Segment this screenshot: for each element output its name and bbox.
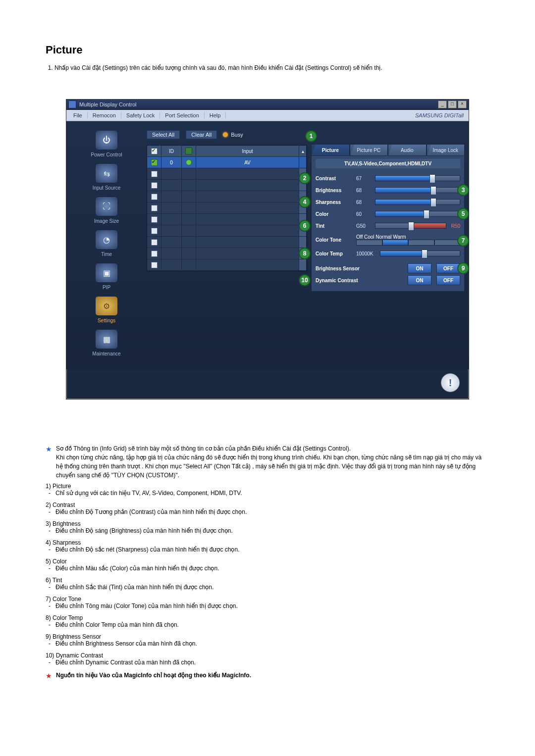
badge-2: 2 xyxy=(299,172,311,184)
row-checkbox[interactable] xyxy=(151,216,158,223)
sidebar-item-input-source[interactable]: ⇆Input Source xyxy=(69,163,144,191)
color-tone-selector[interactable] xyxy=(356,240,460,246)
menu-safety-lock[interactable]: Safety Lock xyxy=(121,112,160,118)
slider-color-temp[interactable] xyxy=(380,251,460,256)
item-description: Điều chỉnh Dynamic Contrast của màn hình… xyxy=(55,659,489,666)
slider-color[interactable] xyxy=(375,211,460,217)
table-row[interactable] xyxy=(147,180,307,191)
scroll-up-button[interactable]: ▴ xyxy=(299,146,307,156)
sidebar-item-settings[interactable]: ⚙Settings xyxy=(69,296,144,323)
sidebar-item-label: Image Size xyxy=(94,218,119,224)
info-icon[interactable]: ! xyxy=(441,373,460,392)
list-item: 4) SharpnessĐiều chỉnh Độ sắc nét (Sharp… xyxy=(46,539,489,553)
tone-opt-cool: Cool xyxy=(364,234,374,240)
sidebar-item-maintenance[interactable]: ▦Maintenance xyxy=(69,329,144,356)
slider-sharpness[interactable] xyxy=(375,199,460,205)
star-blue-icon: ★ xyxy=(46,444,52,480)
value-tint-r: R50 xyxy=(446,223,460,229)
label-sharpness: Sharpness xyxy=(316,200,356,205)
row-checkbox[interactable] xyxy=(151,262,158,268)
row-checkbox[interactable] xyxy=(151,182,158,189)
settings-tabs: Picture Picture PC Audio Image Lock xyxy=(311,144,465,155)
intro-list: Nhấp vào Cài đặt (Settings) trên các biể… xyxy=(54,63,489,72)
badge-3: 3 xyxy=(457,184,469,196)
item-description: Điều chỉnh Brightness Sensor của màn hìn… xyxy=(55,640,489,647)
value-tint-g: G50 xyxy=(356,223,375,229)
slider-contrast[interactable] xyxy=(375,175,460,181)
table-row[interactable] xyxy=(147,191,307,202)
info-note-text: Sơ đồ Thông tin (Info Grid) sẽ trình bày… xyxy=(56,444,489,480)
maximize-button[interactable]: □ xyxy=(448,101,457,108)
brightness-sensor-on-button[interactable]: ON xyxy=(408,263,431,273)
menu-port-selection[interactable]: Port Selection xyxy=(160,112,204,118)
row-checkbox[interactable] xyxy=(151,194,158,200)
menu-help[interactable]: Help xyxy=(205,112,226,118)
row-input: AV xyxy=(196,157,299,168)
description-list: 1) PictureChỉ sử dụng với các tín hiệu T… xyxy=(46,483,489,666)
tab-audio[interactable]: Audio xyxy=(388,144,427,155)
sidebar-item-pip[interactable]: ▣PIP xyxy=(69,263,144,290)
tab-picture-pc[interactable]: Picture PC xyxy=(350,144,388,155)
sidebar-icon: ⏻ xyxy=(95,130,118,150)
row-checkbox[interactable] xyxy=(151,251,158,257)
color-tone-labels: Off Cool Normal Warm xyxy=(356,234,460,240)
sidebar-item-label: Input Source xyxy=(93,185,121,191)
minimize-button[interactable]: _ xyxy=(438,101,447,108)
info-note: ★ Sơ đồ Thông tin (Info Grid) sẽ trình b… xyxy=(46,444,489,480)
table-row[interactable] xyxy=(147,237,307,248)
table-row[interactable] xyxy=(147,168,307,180)
item-heading: 9) Brightness Sensor xyxy=(46,633,489,640)
star-red-icon: ★ xyxy=(46,671,52,681)
menu-remocon[interactable]: Remocon xyxy=(88,112,121,118)
sidebar-item-image-size[interactable]: ⛶Image Size xyxy=(69,197,144,224)
col-input: Input xyxy=(196,146,299,156)
item-heading: 8) Color Temp xyxy=(46,614,489,621)
dynamic-contrast-off-button[interactable]: OFF xyxy=(436,275,460,285)
value-sharpness: 68 xyxy=(356,200,375,205)
menu-file[interactable]: File xyxy=(68,112,88,118)
label-brightness-sensor: Brightness Sensor xyxy=(316,266,380,271)
close-button[interactable]: × xyxy=(458,101,467,108)
row-checkbox[interactable] xyxy=(151,228,158,234)
list-item: 9) Brightness SensorĐiều chỉnh Brightnes… xyxy=(46,633,489,647)
clear-all-button[interactable]: Clear All xyxy=(186,130,217,139)
table-row[interactable] xyxy=(147,202,307,214)
row-color-tone: 7 Color Tone Off Cool Normal Warm xyxy=(316,232,460,248)
item-description: Điều chỉnh Độ sáng (Brightness) của màn … xyxy=(55,527,489,534)
table-row[interactable] xyxy=(147,214,307,225)
table-row[interactable] xyxy=(147,259,307,271)
row-contrast: 2 Contrast 67 xyxy=(316,172,460,184)
row-checkbox[interactable] xyxy=(151,205,158,211)
value-contrast: 67 xyxy=(356,176,375,181)
tab-picture[interactable]: Picture xyxy=(311,144,350,155)
footer-note: ★ Nguồn tín hiệu Vào của MagicInfo chỉ h… xyxy=(46,671,489,681)
list-item: 5) ColorĐiều chỉnh Màu sắc (Color) của m… xyxy=(46,558,489,572)
brightness-sensor-off-button[interactable]: OFF xyxy=(436,263,460,273)
table-row[interactable]: 0 AV xyxy=(147,157,307,168)
item-heading: 2) Contrast xyxy=(46,502,489,508)
sidebar-item-time[interactable]: ◔Time xyxy=(69,230,144,257)
status-header-icon xyxy=(185,148,192,154)
slider-tint[interactable] xyxy=(375,223,446,229)
row-checkbox[interactable] xyxy=(151,239,158,246)
label-brightness: Brightness xyxy=(316,188,356,193)
value-color: 60 xyxy=(356,211,375,217)
table-row[interactable] xyxy=(147,248,307,259)
tab-image-lock[interactable]: Image Lock xyxy=(427,144,465,155)
list-item: 8) Color TempĐiều chỉnh Color Temp của m… xyxy=(46,614,489,628)
sidebar-item-power-control[interactable]: ⏻Power Control xyxy=(69,130,144,157)
select-all-button[interactable]: Select All xyxy=(147,130,180,139)
dynamic-contrast-on-button[interactable]: ON xyxy=(408,275,431,285)
label-color-tone: Color Tone xyxy=(316,237,356,243)
row-checkbox[interactable] xyxy=(151,171,158,177)
row-checkbox[interactable] xyxy=(151,159,158,166)
slider-brightness[interactable] xyxy=(375,187,460,193)
busy-label: Busy xyxy=(231,132,243,138)
badge-6: 6 xyxy=(299,220,311,232)
badge-5: 5 xyxy=(457,208,469,220)
grid-header: ID Input ▴ xyxy=(147,146,307,157)
table-row[interactable] xyxy=(147,225,307,237)
header-checkbox[interactable] xyxy=(151,148,158,154)
sidebar-icon: ⇆ xyxy=(95,163,118,183)
value-color-temp: 10000K xyxy=(356,251,380,256)
